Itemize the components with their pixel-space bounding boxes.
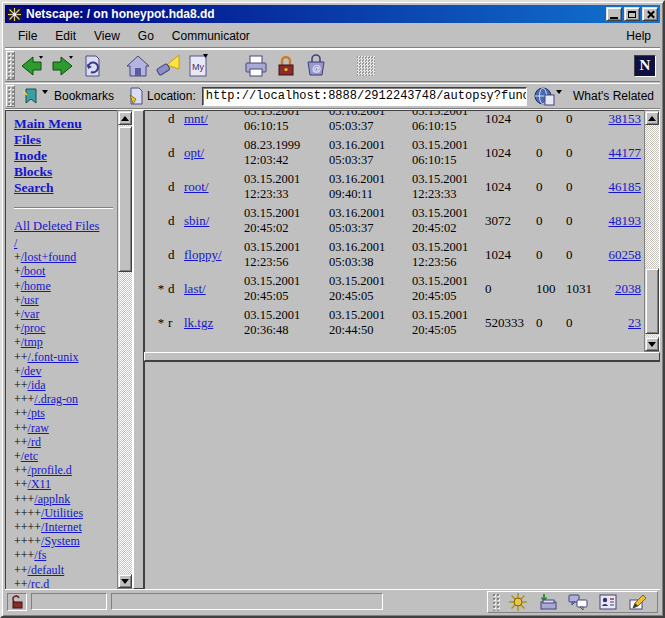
file-list-scrollbar[interactable] — [644, 110, 660, 352]
tree-directory-link[interactable]: / — [14, 236, 17, 250]
menu-edit[interactable]: Edit — [46, 26, 85, 46]
sidebar-link-search[interactable]: Search — [14, 180, 117, 196]
file-name-link[interactable]: floppy/ — [184, 247, 244, 263]
file-name-link[interactable]: opt/ — [184, 145, 244, 161]
mailbox-button[interactable] — [533, 592, 563, 611]
menu-file[interactable]: File — [9, 26, 46, 46]
filelist-scrollbar-thumb[interactable] — [645, 268, 659, 334]
back-button[interactable] — [17, 52, 47, 80]
frame-divider-horizontal[interactable] — [144, 352, 660, 361]
sidebar-scrollbar-thumb[interactable] — [118, 126, 132, 272]
file-gid: 0 — [566, 179, 599, 195]
file-uid: 100 — [536, 281, 566, 297]
file-name-link[interactable]: mnt/ — [184, 111, 244, 127]
url-input[interactable]: http://localhost:8888/2912243748/autopsy… — [202, 87, 527, 106]
minimize-icon — [610, 17, 618, 19]
meta-inode-link[interactable]: 60258 — [599, 247, 641, 263]
sidebar-scroll-up-button[interactable] — [118, 111, 132, 125]
discussions-button[interactable] — [563, 592, 593, 611]
print-button[interactable] — [241, 52, 271, 80]
menu-communicator[interactable]: Communicator — [163, 26, 259, 46]
scroll-up-icon — [121, 116, 129, 121]
title-bar[interactable]: Netscape: / on honeypot.hda8.dd — [5, 5, 660, 23]
all-deleted-files-link[interactable]: All Deleted Files — [14, 219, 99, 234]
file-type: d — [168, 247, 184, 263]
reload-button[interactable] — [77, 52, 107, 80]
tree-directory-link[interactable]: /applnk — [34, 492, 70, 506]
location-page-icon[interactable] — [128, 87, 144, 105]
tree-directory-link[interactable]: /tmp — [21, 335, 43, 349]
tree-directory-link[interactable]: /X11 — [28, 477, 52, 491]
component-bar-grip[interactable] — [492, 593, 500, 611]
tree-directory-link[interactable]: /dev — [21, 364, 42, 378]
shop-button[interactable]: @ — [301, 52, 331, 80]
tree-directory-link[interactable]: /.font-unix — [28, 350, 79, 364]
maximize-button[interactable] — [624, 7, 640, 21]
file-name-link[interactable]: last/ — [184, 281, 244, 297]
sidebar-link-blocks[interactable]: Blocks — [14, 164, 117, 180]
tree-directory-link[interactable]: /rd — [28, 435, 41, 449]
toolbar-collapse-grip[interactable] — [6, 51, 15, 80]
security-button[interactable] — [271, 52, 301, 80]
tree-directory-link[interactable]: /usr — [21, 293, 39, 307]
frame-divider-vertical[interactable] — [133, 110, 144, 589]
meta-inode-link[interactable]: 46185 — [599, 179, 641, 195]
file-uid: 0 — [536, 247, 566, 263]
whats-related-dropdown-icon[interactable] — [556, 90, 562, 94]
security-status-button[interactable] — [7, 593, 27, 611]
tree-directory-link[interactable]: /System — [41, 534, 80, 548]
close-button[interactable] — [642, 7, 658, 21]
meta-inode-link[interactable]: 23 — [599, 315, 641, 331]
tree-directory-link[interactable]: /fs — [34, 548, 46, 562]
file-name-link[interactable]: lk.tgz — [184, 315, 244, 331]
tree-directory-link[interactable]: /lost+found — [21, 250, 76, 264]
tree-directory-link[interactable]: /Internet — [41, 520, 82, 534]
meta-inode-link[interactable]: 2038 — [599, 281, 641, 297]
tree-directory-link[interactable]: /Utilities — [41, 506, 83, 520]
meta-inode-link[interactable]: 44177 — [599, 145, 641, 161]
composer-button[interactable] — [623, 592, 653, 611]
tree-directory-link[interactable]: /var — [21, 307, 40, 321]
file-size: 1024 — [485, 179, 536, 195]
menu-help[interactable]: Help — [617, 26, 660, 46]
whats-related-label[interactable]: What's Related — [565, 89, 660, 103]
filelist-scroll-down-button[interactable] — [645, 337, 659, 351]
sidebar-scroll-down-button[interactable] — [118, 574, 132, 588]
address-book-button[interactable] — [593, 592, 623, 611]
tree-directory-link[interactable]: /home — [21, 279, 51, 293]
tree-directory-link[interactable]: /etc — [21, 449, 38, 463]
tree-directory-link[interactable]: /default — [28, 563, 65, 577]
bookmarks-label[interactable]: Bookmarks — [54, 89, 114, 103]
file-name-link[interactable]: root/ — [184, 179, 244, 195]
sidebar-link-inode[interactable]: Inode — [14, 148, 117, 164]
tree-directory-link[interactable]: /profile.d — [28, 463, 72, 477]
tree-directory-link[interactable]: /pts — [28, 406, 45, 420]
filelist-scroll-up-button[interactable] — [645, 111, 659, 125]
tree-directory-link[interactable]: /ida — [28, 378, 46, 392]
tree-depth-prefix: + — [14, 364, 21, 378]
stop-button[interactable] — [351, 52, 381, 80]
tree-directory-link[interactable]: /.drag-on — [34, 392, 78, 406]
tree-directory-link[interactable]: /boot — [21, 264, 46, 278]
menu-go[interactable]: Go — [129, 26, 163, 46]
sidebar-scrollbar[interactable] — [117, 110, 133, 589]
locationbar-collapse-grip[interactable] — [6, 85, 15, 107]
minimize-button[interactable] — [606, 7, 622, 21]
written-time: 03.15.2001 20:45:05 — [244, 274, 329, 304]
meta-inode-link[interactable]: 48193 — [599, 213, 641, 229]
tree-directory-link[interactable]: /proc — [21, 321, 46, 335]
tree-directory-link[interactable]: /rc.d — [28, 577, 50, 589]
netscape-logo-button[interactable]: N — [634, 55, 656, 77]
forward-button[interactable] — [47, 52, 77, 80]
meta-inode-link[interactable]: 38153 — [599, 111, 641, 127]
home-button[interactable] — [123, 52, 153, 80]
sidebar-link-files[interactable]: Files — [14, 132, 117, 148]
sidebar-link-main-menu[interactable]: Main Menu — [14, 116, 117, 132]
search-button[interactable] — [153, 52, 183, 80]
file-name-link[interactable]: sbin/ — [184, 213, 244, 229]
tree-directory-link[interactable]: /raw — [28, 421, 49, 435]
navigator-button[interactable] — [503, 592, 533, 611]
bookmarks-dropdown-icon[interactable] — [42, 90, 48, 94]
menu-view[interactable]: View — [85, 26, 129, 46]
my-netscape-button[interactable]: My — [183, 52, 213, 80]
